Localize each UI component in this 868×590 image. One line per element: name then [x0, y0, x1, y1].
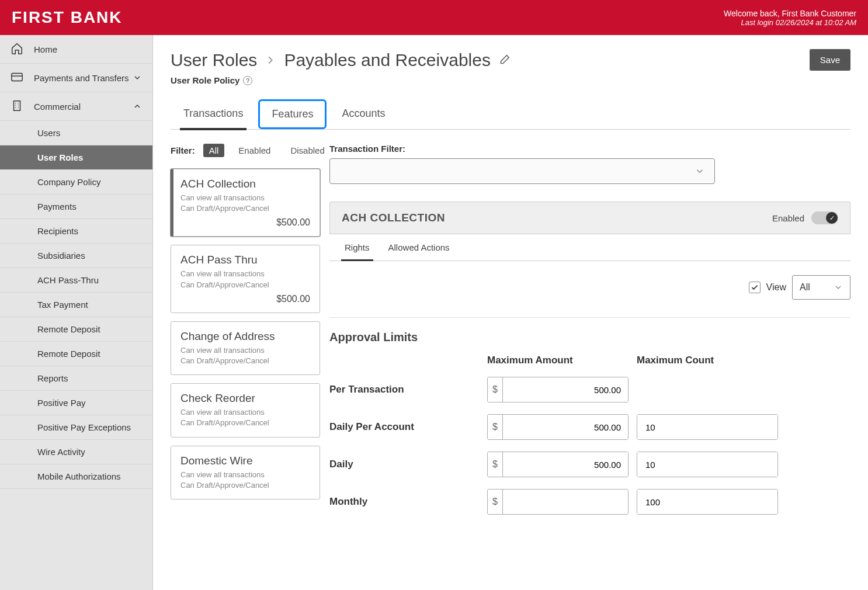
chevron-right-icon	[264, 54, 277, 67]
col-max-amount: Maximum Amount	[487, 355, 629, 366]
sidebar-item-payments[interactable]: Payments	[0, 195, 152, 219]
detail-title: ACH COLLECTION	[342, 211, 445, 224]
nav-home-label: Home	[34, 44, 57, 54]
nav-payments-label: Payments and Transfers	[34, 73, 129, 83]
filter-all[interactable]: All	[203, 144, 225, 157]
main-tabs: Transactions Features Accounts	[171, 99, 850, 130]
filter-disabled[interactable]: Disabled	[284, 144, 330, 157]
svg-rect-2	[14, 101, 20, 111]
card-icon	[11, 71, 25, 85]
tab-transactions[interactable]: Transactions	[171, 99, 256, 129]
nav-commercial[interactable]: Commercial	[0, 92, 152, 121]
limit-daily-label: Daily	[329, 459, 479, 470]
filter-row: Filter: All Enabled Disabled	[171, 144, 320, 157]
limit-daily-count[interactable]	[637, 452, 778, 477]
limit-daily-per-account-label: Daily Per Account	[329, 421, 479, 433]
limit-per-transaction-label: Per Transaction	[329, 384, 479, 395]
main-content: User Roles Payables and Receivables Save…	[153, 35, 868, 590]
sidebar-item-subsidiaries[interactable]: Subsidiaries	[0, 244, 152, 268]
detail-header: ACH COLLECTION Enabled ✓	[329, 202, 850, 234]
nav-payments[interactable]: Payments and Transfers	[0, 64, 152, 92]
sidebar-item-remote-deposit-1[interactable]: Remote Deposit	[0, 317, 152, 342]
nav-commercial-label: Commercial	[34, 102, 81, 112]
info-icon[interactable]: ?	[243, 76, 252, 85]
sidebar-item-reports[interactable]: Reports	[0, 366, 152, 391]
limit-monthly-count[interactable]	[637, 489, 778, 515]
chevron-up-icon	[133, 102, 142, 111]
view-select[interactable]: All	[792, 275, 850, 300]
welcome-text: Welcome back, First Bank Customer	[724, 9, 856, 18]
sidebar-item-positive-pay[interactable]: Positive Pay	[0, 391, 152, 415]
transaction-card-domestic-wire[interactable]: Domestic Wire Can view all transactions …	[171, 446, 320, 499]
sidebar-item-mobile-authorizations[interactable]: Mobile Authorizations	[0, 464, 152, 489]
detail-sub-tabs: Rights Allowed Actions	[329, 234, 850, 261]
sidebar-item-positive-pay-exceptions[interactable]: Positive Pay Exceptions	[0, 415, 152, 440]
sidebar-item-ach-pass-thru[interactable]: ACH Pass-Thru	[0, 268, 152, 293]
view-checkbox[interactable]	[749, 282, 761, 293]
check-icon: ✓	[826, 212, 838, 224]
enabled-label: Enabled	[772, 213, 804, 223]
breadcrumb: User Roles Payables and Receivables	[171, 50, 511, 70]
sidebar-item-company-policy[interactable]: Company Policy	[0, 170, 152, 195]
sidebar-item-users[interactable]: Users	[0, 121, 152, 145]
svg-rect-0	[12, 74, 22, 81]
limit-monthly-amount[interactable]: $	[487, 489, 629, 515]
sub-tab-rights[interactable]: Rights	[338, 234, 377, 261]
breadcrumb-root[interactable]: User Roles	[171, 50, 257, 70]
transaction-card-ach-collection[interactable]: ACH Collection Can view all transactions…	[171, 169, 320, 237]
col-max-count: Maximum Count	[637, 355, 778, 366]
filter-enabled[interactable]: Enabled	[232, 144, 276, 157]
breadcrumb-current: Payables and Receivables	[284, 50, 491, 70]
subtitle: User Role Policy ?	[171, 75, 850, 85]
limit-daily-amount[interactable]: $	[487, 452, 629, 477]
limit-per-transaction-amount[interactable]: $	[487, 377, 629, 402]
transaction-card-change-of-address[interactable]: Change of Address Can view all transacti…	[171, 321, 320, 375]
limit-daily-per-account-amount[interactable]: $	[487, 414, 629, 440]
nav-home[interactable]: Home	[0, 35, 152, 64]
last-login-text: Last login 02/26/2024 at 10:02 AM	[724, 18, 856, 27]
chevron-down-icon	[133, 73, 142, 82]
home-icon	[11, 42, 25, 56]
sidebar-item-recipients[interactable]: Recipients	[0, 219, 152, 244]
tab-features[interactable]: Features	[258, 99, 327, 129]
transaction-card-check-reorder[interactable]: Check Reorder Can view all transactions …	[171, 383, 320, 437]
limit-daily-per-account-count[interactable]	[637, 414, 778, 440]
edit-icon[interactable]	[498, 54, 511, 67]
logo: FIRST BANK	[12, 8, 123, 27]
save-button[interactable]: Save	[810, 49, 850, 71]
sidebar-item-remote-deposit-2[interactable]: Remote Deposit	[0, 342, 152, 366]
tab-accounts[interactable]: Accounts	[329, 99, 398, 129]
building-icon	[11, 99, 25, 113]
sidebar-item-user-roles[interactable]: User Roles	[0, 145, 152, 170]
transaction-card-ach-pass-thru[interactable]: ACH Pass Thru Can view all transactions …	[171, 245, 320, 313]
approval-limits-title: Approval Limits	[329, 331, 850, 344]
transaction-filter-select[interactable]	[329, 158, 715, 184]
sub-tab-allowed-actions[interactable]: Allowed Actions	[381, 234, 457, 261]
enabled-toggle[interactable]: ✓	[811, 211, 838, 224]
sidebar: Home Payments and Transfers Commercial U…	[0, 35, 153, 590]
sidebar-item-wire-activity[interactable]: Wire Activity	[0, 440, 152, 464]
welcome-block: Welcome back, First Bank Customer Last l…	[724, 9, 856, 27]
filter-label: Filter:	[171, 145, 195, 155]
sidebar-item-tax-payment[interactable]: Tax Payment	[0, 293, 152, 317]
transaction-filter-label: Transaction Filter:	[329, 144, 850, 154]
app-header: FIRST BANK Welcome back, First Bank Cust…	[0, 0, 868, 35]
limit-monthly-label: Monthly	[329, 496, 479, 508]
view-label: View	[766, 282, 786, 293]
